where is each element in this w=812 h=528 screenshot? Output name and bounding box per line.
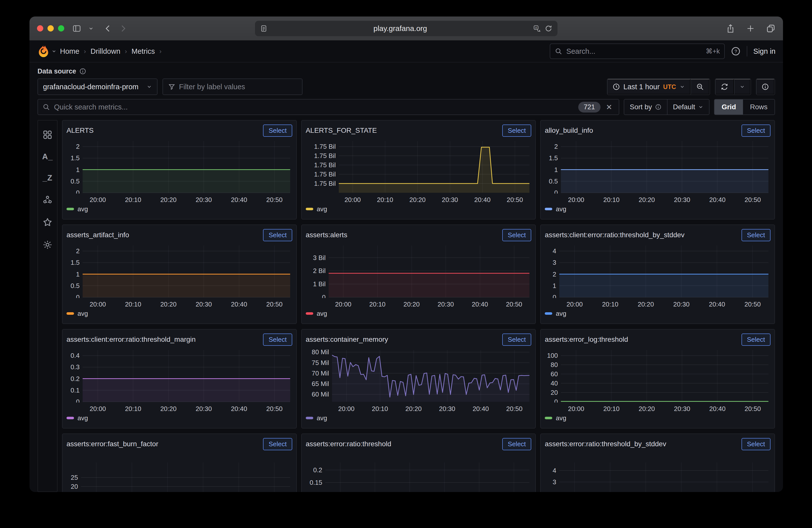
select-button[interactable]: Select <box>502 334 531 346</box>
timeseries-chart: 21.510.50 <box>67 244 292 298</box>
x-tick-label: 20:00 <box>568 196 584 204</box>
select-button[interactable]: Select <box>263 124 292 137</box>
metric-panel: asserts:error:fast_burn_factorSelect2520 <box>62 434 297 492</box>
legend-avg[interactable]: avg <box>306 413 532 423</box>
select-button[interactable]: Select <box>502 229 531 241</box>
panel-title: asserts:container_memory <box>306 336 388 343</box>
x-axis-labels: 20:0020:1020:2020:3020:4020:50 <box>545 403 770 413</box>
svg-text:4: 4 <box>553 247 556 255</box>
sign-in-button[interactable]: Sign in <box>753 47 775 56</box>
browser-titlebar: play.grafana.org A <box>29 16 783 41</box>
x-tick-label: 20:10 <box>603 405 620 413</box>
svg-text:3: 3 <box>553 478 556 486</box>
select-button[interactable]: Select <box>502 438 531 450</box>
legend-avg[interactable]: avg <box>545 204 770 214</box>
info-icon[interactable] <box>79 68 86 75</box>
zoom-window-button[interactable] <box>58 25 64 31</box>
x-tick-label: 20:50 <box>506 300 522 308</box>
panel-title: asserts:error_log:threshold <box>545 336 628 343</box>
quick-search-bar[interactable]: 721 ✕ <box>38 99 619 115</box>
select-button[interactable]: Select <box>741 438 770 450</box>
filter-prefix-icon[interactable]: A_ <box>42 152 53 161</box>
view-toggle: Grid Rows <box>714 99 775 115</box>
select-button[interactable]: Select <box>263 438 292 450</box>
svg-text:4: 4 <box>553 467 556 474</box>
sidebar-chevron-icon[interactable] <box>88 26 94 31</box>
clear-search-icon[interactable]: ✕ <box>604 103 614 112</box>
panel-header: ALERTS_FOR_STATESelect <box>306 123 532 137</box>
x-tick-label: 20:50 <box>506 405 522 413</box>
svg-text:65 Mil: 65 Mil <box>311 380 329 387</box>
legend-avg[interactable]: avg <box>306 204 532 214</box>
panel-header: asserts:container_memorySelect <box>306 333 532 347</box>
select-button[interactable]: Select <box>741 124 770 137</box>
back-button[interactable] <box>104 24 112 33</box>
legend-avg[interactable]: avg <box>545 413 770 423</box>
node-group-icon[interactable] <box>42 194 53 205</box>
select-button[interactable]: Select <box>741 229 770 241</box>
view-rows-button[interactable]: Rows <box>743 100 774 115</box>
timeseries-chart: 80 Mil75 Mil70 Mil65 Mil60 Mil <box>306 348 532 402</box>
close-window-button[interactable] <box>37 25 43 31</box>
new-tab-icon[interactable] <box>746 24 755 33</box>
search-shortcut: ⌘+k <box>706 47 720 55</box>
legend-avg[interactable]: avg <box>545 308 770 319</box>
filter-suffix-icon[interactable]: _Z <box>43 173 52 182</box>
grafana-header: Home › Drilldown › Metrics › Search... ⌘… <box>29 41 783 62</box>
x-tick-label: 20:30 <box>437 300 454 308</box>
translate-icon[interactable]: A <box>533 25 541 32</box>
breadcrumb-drilldown[interactable]: Drilldown <box>90 47 120 56</box>
settings-gear-icon[interactable] <box>42 239 53 250</box>
metric-panel: asserts:error_log:thresholdSelect1008060… <box>540 329 775 428</box>
legend-avg[interactable]: avg <box>67 204 292 214</box>
apps-grid-icon[interactable] <box>42 130 53 140</box>
address-bar[interactable]: play.grafana.org A <box>255 21 557 36</box>
x-tick-label: 20:30 <box>195 300 212 308</box>
tab-overview-icon[interactable] <box>766 24 775 33</box>
forward-button[interactable] <box>119 24 127 33</box>
info-icon[interactable] <box>655 104 662 110</box>
select-button[interactable]: Select <box>263 334 292 346</box>
timeseries-chart: 2520 <box>67 453 292 492</box>
chevron-down-icon <box>146 84 152 89</box>
svg-text:2: 2 <box>76 247 79 255</box>
view-grid-button[interactable]: Grid <box>714 100 743 115</box>
legend-avg[interactable]: avg <box>67 308 292 319</box>
reload-icon[interactable] <box>545 25 552 32</box>
legend-avg[interactable]: avg <box>67 413 292 423</box>
quick-search-input[interactable] <box>54 103 575 112</box>
time-range-picker[interactable]: Last 1 hour UTC <box>608 79 691 94</box>
x-tick-label: 20:20 <box>639 405 655 413</box>
select-button[interactable]: Select <box>502 124 531 137</box>
zoom-out-button[interactable] <box>691 79 710 94</box>
panel-header: asserts_artifact_infoSelect <box>67 228 292 242</box>
star-icon[interactable] <box>42 217 53 228</box>
minimize-window-button[interactable] <box>47 25 54 31</box>
x-axis-labels: 20:0020:1020:2020:3020:4020:50 <box>67 403 292 413</box>
legend-swatch <box>545 417 552 419</box>
breadcrumb: Home › Drilldown › Metrics › <box>60 47 161 56</box>
breadcrumb-separator: › <box>159 47 161 55</box>
browser-window: play.grafana.org A <box>29 16 783 492</box>
breadcrumb-metrics[interactable]: Metrics <box>131 47 155 56</box>
sidebar-toggle-icon[interactable] <box>72 24 82 33</box>
help-icon[interactable]: ? <box>731 46 741 56</box>
breadcrumb-home[interactable]: Home <box>60 47 79 56</box>
grafana-logo[interactable] <box>37 45 50 58</box>
sort-select[interactable]: Default <box>667 100 709 115</box>
svg-text:0.15: 0.15 <box>309 479 322 486</box>
data-source-select[interactable]: grafanacloud-demoinfra-prom <box>38 78 158 95</box>
info-button[interactable] <box>756 79 774 94</box>
label-filter-input[interactable]: Filter by label values <box>162 78 303 95</box>
refresh-interval-dropdown[interactable] <box>734 79 751 94</box>
svg-text:0.5: 0.5 <box>71 177 79 185</box>
org-switcher-chevron-icon[interactable] <box>52 49 57 54</box>
refresh-button[interactable] <box>715 79 734 94</box>
x-axis-labels: 20:0020:1020:2020:3020:4020:50 <box>67 194 292 204</box>
select-button[interactable]: Select <box>741 334 770 346</box>
svg-text:20: 20 <box>551 389 558 396</box>
global-search-input[interactable]: Search... ⌘+k <box>550 44 725 59</box>
legend-avg[interactable]: avg <box>306 308 532 319</box>
select-button[interactable]: Select <box>263 229 292 241</box>
share-icon[interactable] <box>726 24 735 33</box>
